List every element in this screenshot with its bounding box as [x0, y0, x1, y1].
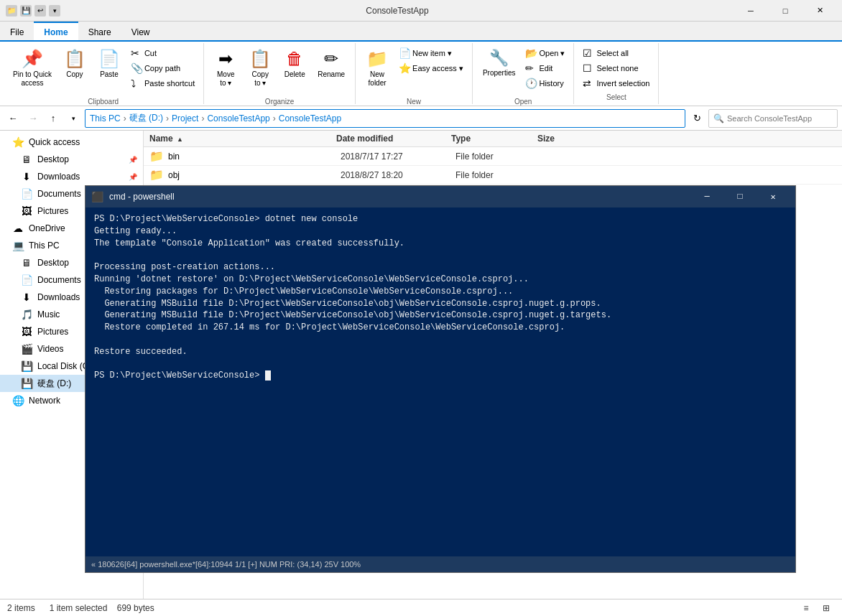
open-label: Open ▾	[539, 49, 565, 58]
sidebar-item-desktop[interactable]: 🖥 Desktop 📌	[0, 151, 143, 168]
tab-home[interactable]: Home	[34, 22, 78, 40]
cmd-title-bar: ⬛ cmd - powershell ─ □ ✕	[85, 186, 795, 207]
close-button[interactable]: ✕	[803, 0, 836, 22]
paste-shortcut-label: Paste shortcut	[144, 79, 195, 88]
new-folder-label: Newfolder	[369, 70, 387, 88]
properties-button[interactable]: 🔧 Properties	[478, 46, 520, 96]
new-item-button[interactable]: 📄 New item ▾	[396, 46, 466, 60]
window-controls: ─ □ ✕	[734, 0, 836, 22]
copy-button[interactable]: 📋 Copy	[59, 46, 91, 96]
open-small-buttons: 📂 Open ▾ ✏ Edit 🕐 History	[522, 46, 568, 90]
cut-button[interactable]: ✂ Cut	[128, 46, 198, 60]
tab-file[interactable]: File	[0, 22, 34, 40]
recent-locations-button[interactable]: ▾	[65, 110, 82, 127]
ribbon: 📌 Pin to Quickaccess 📋 Copy 📄 Paste ✂ Cu…	[0, 42, 842, 106]
up-button[interactable]: ↑	[45, 110, 62, 127]
copy-label: Copy	[66, 70, 83, 79]
cmd-status-bar: « 180626[64] powershell.exe*[64]:10944 1…	[85, 556, 795, 572]
cut-icon: ✂	[131, 47, 142, 59]
back-button[interactable]: ←	[4, 110, 22, 127]
quick-access-toolbar-save[interactable]: 💾	[20, 5, 32, 17]
pictures2-icon: 🖼	[20, 326, 33, 337]
group-new: 📁 Newfolder 📄 New item ▾ ⭐ Easy access ▾…	[356, 43, 473, 104]
history-button[interactable]: 🕐 History	[522, 76, 568, 90]
refresh-button[interactable]: ↻	[688, 110, 705, 127]
organize-label: Organize	[265, 98, 295, 106]
file-list-header: Name ▲ Date modified Type Size	[144, 131, 842, 147]
copy-path-icon: 📎	[131, 62, 142, 74]
crumb-consoletestapp1[interactable]: ConsoleTestApp	[207, 113, 269, 123]
select-none-button[interactable]: ☐ Select none	[580, 61, 652, 75]
quick-access-toolbar-undo[interactable]: ↩	[34, 5, 46, 17]
select-small-buttons: ☑ Select all ☐ Select none ⇄ Invert sele…	[580, 46, 652, 90]
search-input[interactable]	[727, 114, 833, 123]
documents-icon: 📄	[20, 188, 33, 200]
history-icon: 🕐	[525, 78, 537, 89]
cmd-line-1: PS D:\Project\WebServiceConsole> dotnet …	[94, 213, 787, 225]
file-name-bin: bin	[168, 151, 341, 162]
cmd-line-12: Restore succeeded.	[94, 346, 787, 358]
crumb-consoletestapp2[interactable]: ConsoleTestApp	[279, 113, 341, 123]
network-icon: 🌐	[11, 395, 24, 406]
large-icons-view-button[interactable]: ⊞	[818, 601, 835, 615]
tab-share[interactable]: Share	[78, 22, 121, 40]
edit-label: Edit	[539, 64, 552, 73]
crumb-disk-d[interactable]: 硬盘 (D:)	[129, 112, 163, 124]
column-name[interactable]: Name ▲	[149, 134, 336, 144]
paste-shortcut-button[interactable]: ⤵ Paste shortcut	[128, 76, 198, 90]
downloads-icon: ⬇	[20, 171, 33, 182]
delete-button[interactable]: 🗑 Delete	[279, 46, 310, 96]
move-to-button[interactable]: ➡ Moveto ▾	[210, 46, 241, 96]
cmd-maximize-button[interactable]: □	[723, 186, 757, 207]
open-button[interactable]: 📂 Open ▾	[522, 46, 568, 60]
cmd-icon: ⬛	[91, 191, 103, 203]
crumb-project[interactable]: Project	[172, 113, 198, 123]
edit-icon: ✏	[525, 62, 537, 74]
select-all-button[interactable]: ☑ Select all	[580, 46, 652, 60]
file-row-bin[interactable]: 📁 bin 2018/7/17 17:27 File folder	[144, 147, 842, 166]
new-content: 📁 Newfolder 📄 New item ▾ ⭐ Easy access ▾	[361, 46, 466, 96]
edit-button[interactable]: ✏ Edit	[522, 61, 568, 75]
column-date-modified[interactable]: Date modified	[336, 134, 451, 144]
column-type[interactable]: Type	[451, 134, 537, 144]
tab-view[interactable]: View	[121, 22, 160, 40]
easy-access-button[interactable]: ⭐ Easy access ▾	[396, 61, 466, 75]
invert-selection-button[interactable]: ⇄ Invert selection	[580, 76, 652, 90]
cmd-content: PS D:\Project\WebServiceConsole> dotnet …	[85, 207, 795, 556]
invert-selection-icon: ⇄	[583, 78, 594, 89]
rename-button[interactable]: ✏ Rename	[313, 46, 349, 96]
desktop2-icon: 🖥	[20, 257, 33, 269]
select-all-icon: ☑	[583, 47, 594, 59]
new-folder-button[interactable]: 📁 Newfolder	[361, 46, 393, 96]
cut-label: Cut	[144, 49, 157, 57]
paste-button[interactable]: 📄 Paste	[93, 46, 125, 96]
sidebar-item-downloads[interactable]: ⬇ Downloads 📌	[0, 168, 143, 185]
column-size[interactable]: Size	[537, 134, 609, 144]
this-pc-icon: 💻	[11, 240, 24, 251]
quick-access-toolbar-dropdown[interactable]: ▾	[49, 5, 60, 17]
crumb-this-pc[interactable]: This PC	[90, 113, 121, 123]
window-icon: 📁	[6, 5, 17, 17]
address-bar[interactable]: This PC › 硬盘 (D:) › Project › ConsoleTes…	[85, 109, 685, 128]
new-small-buttons: 📄 New item ▾ ⭐ Easy access ▾	[396, 46, 466, 75]
details-view-button[interactable]: ≡	[797, 601, 815, 615]
file-row-obj[interactable]: 📁 obj 2018/8/27 18:20 File folder	[144, 166, 842, 185]
sidebar-item-quick-access[interactable]: ⭐ Quick access	[0, 134, 143, 151]
new-item-label: New item ▾	[412, 49, 452, 58]
cmd-line-6: Running 'dotnet restore' on D:\Project\W…	[94, 274, 787, 286]
pin-quick-access-button[interactable]: 📌 Pin to Quickaccess	[9, 46, 56, 96]
copy-to-button[interactable]: 📋 Copyto ▾	[244, 46, 276, 96]
forward-button[interactable]: →	[24, 110, 42, 127]
cmd-line-4	[94, 249, 787, 261]
properties-icon: 🔧	[489, 49, 509, 67]
cmd-minimize-button[interactable]: ─	[690, 186, 723, 207]
documents2-icon: 📄	[20, 274, 33, 286]
cmd-window: ⬛ cmd - powershell ─ □ ✕ PS D:\Project\W…	[85, 185, 796, 573]
minimize-button[interactable]: ─	[734, 0, 767, 22]
rename-icon: ✏	[324, 49, 338, 69]
copy-icon: 📋	[64, 49, 85, 69]
maximize-button[interactable]: □	[769, 0, 802, 22]
cmd-close-button[interactable]: ✕	[757, 186, 790, 207]
item-count: 2 items	[7, 603, 35, 613]
copy-path-button[interactable]: 📎 Copy path	[128, 61, 198, 75]
